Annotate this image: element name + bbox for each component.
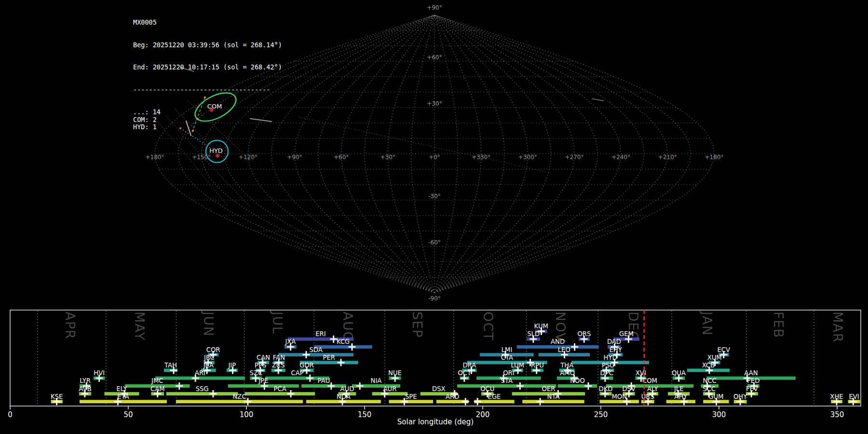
count-line-HYD: HYD: 1 (133, 123, 282, 131)
shower-label-TAH: TAH (164, 362, 177, 369)
lon-label-2: +120° (239, 154, 258, 161)
shower-bar-ARI (155, 377, 245, 380)
lon-label-0: +180° (146, 154, 164, 161)
shower-label-AHY: AHY (674, 393, 688, 400)
shower-label-XCB: XCB (702, 362, 715, 369)
shower-bar-SSG (166, 392, 238, 395)
shower-label-OER: OER (542, 385, 556, 393)
shower-label-AUD: AUD (340, 385, 354, 393)
lon-label-6: +0° (429, 154, 440, 161)
shower-peak-cross-SDA (302, 351, 310, 358)
radiant-label-HYD: HYD (209, 147, 223, 154)
shower-label-DSX: DSX (432, 385, 446, 393)
lon-label-5: +30° (380, 154, 395, 161)
lon-label-3: +90° (287, 154, 302, 161)
lon-label-7: +330° (472, 154, 490, 161)
shower-label-JMC: JMC (151, 377, 163, 384)
shower-label-AMO: AMO (560, 369, 575, 377)
shower-label-ORI: ORI (503, 369, 514, 377)
month-label-SEP: SEP (410, 312, 425, 338)
lon-label-9: +270° (565, 154, 584, 161)
shower-peak-cross-STA (516, 382, 524, 390)
shower-peak-cross-PER (338, 359, 345, 366)
lat-label--30: -30° (428, 193, 441, 200)
lon-label-12: +180° (705, 154, 724, 161)
count-line-COM: COM: 2 (133, 116, 282, 124)
shower-label-DRA: DRA (462, 362, 476, 369)
lon-label-11: +210° (658, 154, 677, 161)
faint-grid-arc-6 (205, 160, 251, 207)
month-label-NOV: NOV (553, 312, 568, 342)
shower-peak-cross-NOO (585, 382, 592, 390)
month-label-MAR: MAR (830, 312, 845, 343)
faint-grid-arc-0 (299, 117, 550, 173)
shower-bar-AUR (372, 392, 408, 395)
lat-label-30: +30° (427, 100, 442, 107)
shower-label-JIP: JIP (228, 362, 236, 369)
lat-label--60: -60° (428, 239, 441, 246)
shower-bar-MON (600, 400, 639, 403)
shower-bar-KCG (314, 345, 372, 349)
shower-label-MON: MON (611, 393, 627, 400)
shower-label-ERI: ERI (315, 330, 326, 338)
x-axis-title: Solar longitude (deg) (0, 418, 868, 426)
shower-peak-cross-SSG (209, 390, 217, 397)
station-id: MX0005 (133, 19, 282, 27)
month-label-JAN: JAN (700, 311, 715, 336)
shower-label-JEA: JEA (203, 362, 214, 369)
shower-peak-cross-JMC (176, 382, 183, 390)
shower-label-CTA: CTA (501, 354, 513, 361)
shower-bar-SPE (389, 400, 433, 403)
shower-label-LMI: LMI (502, 346, 513, 353)
shower-label-DPC: DPC (600, 369, 613, 377)
shower-bar-PAU (301, 384, 346, 388)
shower-peak-cross-NIA (356, 382, 364, 390)
shower-label-PCA: PCA (273, 385, 286, 393)
shower-label-KCG: KCG (337, 338, 350, 345)
count-line-dotdotdot: ...: 14 (133, 108, 282, 116)
shower-label-PAU: PAU (318, 377, 330, 384)
shower-bar-PCA (245, 392, 315, 395)
shower-bar-NZC (176, 400, 303, 403)
lat-label-north-pole: +90° (427, 4, 442, 11)
month-label-MAY: MAY (132, 312, 147, 341)
shower-label-JRC: JRC (203, 354, 215, 361)
shower-label-EGE: EGE (488, 393, 501, 400)
shower-label-NTA: NTA (547, 393, 560, 400)
shower-label-EVI: EVI (849, 393, 859, 400)
shower-label-LYR: LYR (80, 377, 91, 384)
shower-label-ETA: ETA (117, 393, 129, 400)
meteor-counts: ...: 14COM: 2HYD: 1 (133, 108, 282, 131)
shower-peak-cross-NTA (537, 398, 544, 405)
shower-peak-cross-PCA (287, 390, 295, 397)
end-time: End: 20251220 10:17:15 (sol = 268.42°) (133, 64, 282, 71)
shower-label-NCC: NCC (703, 377, 717, 384)
lon-label-4: +60° (334, 154, 349, 161)
shower-label-GEM: GEM (619, 330, 634, 338)
shower-peak-cross-CAP (306, 375, 313, 382)
shower-label-AAN: AAN (744, 369, 758, 377)
shower-label-NIA: NIA (371, 377, 382, 384)
lon-label-8: +300° (518, 154, 537, 161)
shower-label-SDA: SDA (309, 346, 322, 353)
observation-info-block: MX0005 Beg: 20251220 03:39:56 (sol = 268… (133, 4, 282, 146)
shower-label-JPE: JPE (258, 377, 268, 384)
month-label-OCT: OCT (481, 312, 496, 341)
shower-bar-SDA (278, 353, 353, 356)
shower-label-THA: THA (560, 362, 573, 369)
shower-label-RPU: RPU (531, 362, 544, 369)
begin-time: Beg: 20251220 03:39:56 (sol = 268.14°) (133, 41, 282, 49)
shower-peak-cross-ARD (462, 398, 469, 405)
month-label-FEB: FEB (771, 312, 786, 339)
lon-label-10: +240° (611, 154, 630, 161)
shower-label-NDA: NDA (337, 393, 351, 400)
shower-label-ARI: ARI (195, 369, 205, 377)
shower-label-NOO: NOO (570, 377, 585, 384)
meteor-trail-3 (592, 99, 604, 101)
shower-label-NZC: NZC (232, 393, 246, 400)
shower-label-ELY: ELY (117, 385, 128, 393)
month-label-APR: APR (63, 312, 78, 339)
month-label-JUL: JUL (270, 311, 285, 334)
shower-label-PER: PER (323, 354, 335, 361)
separator-line: ----------------------------------- (133, 86, 282, 94)
